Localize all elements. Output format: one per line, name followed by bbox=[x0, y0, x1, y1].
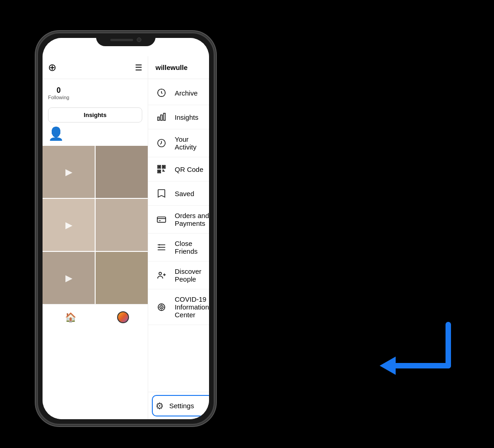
qr-code-icon bbox=[156, 163, 167, 175]
following-count: 0 bbox=[48, 86, 69, 95]
svg-point-17 bbox=[159, 272, 162, 275]
menu-item-covid[interactable]: COVID-19 Information Center bbox=[148, 289, 209, 325]
menu-item-insights[interactable]: Insights bbox=[148, 105, 209, 129]
grid-thumb-2[interactable] bbox=[96, 146, 148, 198]
grid-thumb-6[interactable] bbox=[96, 252, 148, 304]
phone-shell: ⊕ ☰ 0 Following Insights 👤 bbox=[37, 32, 215, 425]
svg-rect-8 bbox=[159, 166, 160, 168]
menu-icon-top[interactable]: ☰ bbox=[135, 63, 142, 73]
menu-item-qr-code[interactable]: QR Code bbox=[148, 157, 209, 181]
insights-icon bbox=[156, 111, 167, 123]
qr-code-label: QR Code bbox=[175, 165, 204, 173]
menu-header: willewulle bbox=[148, 56, 209, 79]
settings-gear-icon: ⚙ bbox=[156, 400, 164, 411]
orders-label: Orders and Payments bbox=[175, 212, 209, 227]
discover-people-icon bbox=[156, 269, 167, 281]
svg-point-16 bbox=[159, 247, 160, 248]
menu-item-your-activity[interactable]: Your Activity bbox=[148, 129, 209, 157]
notch-camera bbox=[137, 37, 141, 42]
media-grid: ▶ ▶ ▶ bbox=[43, 146, 148, 304]
saved-icon bbox=[156, 187, 167, 199]
svg-rect-3 bbox=[164, 113, 166, 121]
menu-item-saved[interactable]: Saved bbox=[148, 181, 209, 206]
covid-label: COVID-19 Information Center bbox=[175, 295, 209, 319]
settings-row[interactable]: ⚙ Settings bbox=[148, 392, 209, 419]
play-icon-1: ▶ bbox=[65, 166, 72, 177]
close-friends-label: Close Friends bbox=[175, 240, 209, 255]
settings-label: Settings bbox=[169, 402, 194, 410]
notch-speaker bbox=[110, 39, 133, 41]
bottom-nav: 🏠 bbox=[43, 304, 148, 331]
svg-rect-1 bbox=[158, 117, 160, 120]
grid-thumb-1[interactable]: ▶ bbox=[43, 146, 95, 198]
nav-avatar[interactable] bbox=[117, 311, 129, 323]
archive-icon bbox=[156, 87, 167, 99]
add-post-icon[interactable]: ⊕ bbox=[48, 62, 56, 74]
menu-list: Archive Insights bbox=[148, 79, 209, 392]
svg-rect-9 bbox=[163, 166, 165, 168]
menu-username: willewulle bbox=[156, 64, 188, 71]
svg-marker-23 bbox=[380, 357, 396, 375]
grid-thumb-5[interactable]: ▶ bbox=[43, 252, 95, 304]
following-stat: 0 Following bbox=[48, 86, 69, 100]
svg-point-20 bbox=[161, 306, 162, 308]
menu-item-orders[interactable]: Orders and Payments bbox=[148, 206, 209, 234]
svg-point-15 bbox=[159, 244, 160, 245]
play-icon-3: ▶ bbox=[65, 219, 72, 230]
phone-notch bbox=[96, 33, 156, 46]
app-content: ⊕ ☰ 0 Following Insights 👤 bbox=[43, 56, 209, 419]
svg-rect-2 bbox=[161, 115, 162, 120]
archive-label: Archive bbox=[175, 89, 198, 97]
grid-thumb-3[interactable]: ▶ bbox=[43, 199, 95, 251]
play-icon-5: ▶ bbox=[65, 272, 72, 283]
orders-icon bbox=[156, 213, 167, 225]
phone-screen: ⊕ ☰ 0 Following Insights 👤 bbox=[43, 38, 209, 419]
menu-item-close-friends[interactable]: Close Friends bbox=[148, 234, 209, 261]
svg-rect-10 bbox=[159, 171, 160, 172]
svg-rect-11 bbox=[157, 217, 166, 223]
insights-button[interactable]: Insights bbox=[48, 107, 142, 123]
saved-label: Saved bbox=[175, 190, 194, 197]
grid-thumb-4[interactable] bbox=[96, 199, 148, 251]
profile-panel: ⊕ ☰ 0 Following Insights 👤 bbox=[43, 56, 148, 419]
covid-icon bbox=[156, 301, 167, 313]
profile-top-bar: ⊕ ☰ bbox=[43, 56, 148, 79]
following-label: Following bbox=[48, 95, 69, 100]
insights-label: Insights bbox=[175, 113, 199, 121]
menu-item-discover-people[interactable]: Discover People bbox=[148, 261, 209, 289]
discover-people-label: Discover People bbox=[175, 267, 209, 283]
close-friends-icon bbox=[156, 241, 167, 253]
nav-home[interactable]: 🏠 bbox=[61, 308, 80, 326]
your-activity-label: Your Activity bbox=[175, 135, 209, 151]
profile-stats: 0 Following bbox=[43, 79, 148, 107]
user-card-icon: 👤 bbox=[48, 127, 64, 141]
your-activity-icon bbox=[156, 137, 167, 149]
arrow-annotation bbox=[375, 320, 467, 393]
menu-panel: willewulle Archive bbox=[148, 56, 209, 419]
menu-item-archive[interactable]: Archive bbox=[148, 81, 209, 105]
